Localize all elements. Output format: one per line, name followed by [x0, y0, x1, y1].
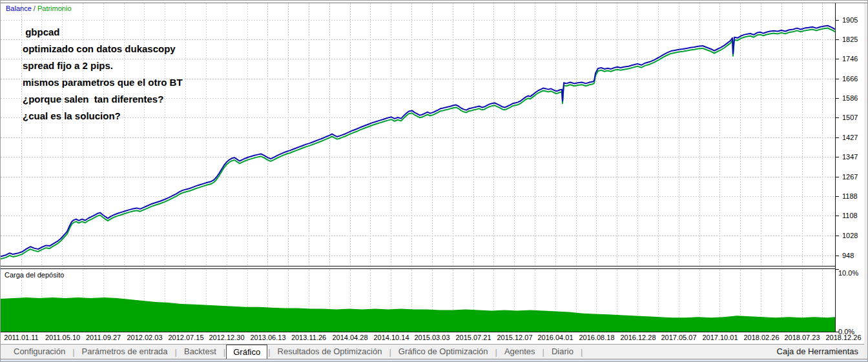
y-axis-label: 1188 [842, 192, 858, 200]
y-axis-label: 1028 [842, 232, 858, 239]
y-axis-label: 1586 [842, 94, 858, 102]
x-axis-date-label: 2013.06.13 [250, 334, 285, 341]
load-chart-panel[interactable] [1, 270, 835, 332]
x-axis-date-label: 2016.04.01 [537, 334, 573, 341]
annotation-line: mismos parametros que el otro BT [23, 74, 183, 91]
legend-balance-label: Balance [6, 5, 32, 12]
x-axis-date-label: 2015.07.21 [455, 334, 491, 341]
x-axis-date-label: 2013.11.26 [291, 334, 326, 341]
x-axis-date-label: 2017.05.07 [661, 334, 696, 341]
tester-tab-bar: Configuración|Parámetros de entrada|Back… [1, 344, 867, 359]
annotation-line: gbpcad [23, 24, 183, 41]
tab-separator: | [580, 347, 583, 357]
x-axis-date-label: 2014.10.14 [373, 334, 409, 341]
x-axis-date-label: 2011.01.11 [4, 334, 38, 341]
x-axis-date-label: 2015.12.07 [497, 334, 532, 341]
x-axis-date-label: 2018.12.26 [825, 334, 861, 341]
x-axis-date-label: 2018.02.26 [743, 334, 779, 341]
y-axis-label: 948 [842, 252, 854, 259]
panel-splitter[interactable] [1, 265, 835, 270]
y-axis-label: 1507 [842, 114, 858, 121]
toolbox-panel-label: Caja de Herramientas [777, 347, 858, 356]
y-axis-label: 1825 [842, 35, 858, 43]
y-axis-label: 1666 [842, 75, 858, 83]
x-axis-date-label: 2012.07.15 [168, 334, 203, 341]
annotation-line: optimizado con datos dukascopy [23, 41, 183, 57]
y-axis-label: 1267 [842, 173, 858, 181]
y-axis-label: 1108 [842, 212, 858, 219]
x-axis-date-label: 2011.09.27 [86, 334, 121, 341]
annotation-line: spread fijo a 2 pips. [23, 57, 183, 74]
x-axis-date-label: 2018.07.23 [784, 334, 820, 341]
tab-backtest[interactable]: Backtest [178, 345, 223, 359]
annotation-line: ¿cual es la solucion? [23, 108, 183, 125]
tab-parametros-de-entrada[interactable]: Parámetros de entrada [76, 345, 174, 359]
x-axis-date-label: 2016.08.18 [579, 334, 614, 341]
y-axis-label: 1347 [842, 153, 858, 161]
annotation-line: ¿porque salen tan diferentes? [23, 91, 183, 108]
x-axis-date-label: 2015.03.03 [414, 334, 450, 341]
x-axis-date-label: 2014.04.28 [332, 334, 367, 341]
y-axis-label: 1746 [842, 55, 858, 63]
load-max-label: 10.0% [838, 269, 858, 277]
window-right-edge [864, 3, 868, 358]
y-axis-label: 1427 [842, 134, 858, 141]
load-panel-title: Carga del depósito [5, 271, 64, 279]
window-bottom-strip [1, 359, 867, 362]
strategy-tester-window: Balance / Patrimonio gbpcadoptimizado co… [0, 0, 868, 362]
chart-legend: Balance / Patrimonio [6, 5, 72, 12]
tab-grafico[interactable]: Gráfico [226, 345, 267, 359]
x-axis-date-label: 2012.12.30 [209, 334, 244, 341]
tab-diario[interactable]: Diario [545, 345, 580, 359]
tab-resultados-de-optimizacion[interactable]: Resultados de Optimización [271, 345, 389, 359]
tab-grafico-de-optimizacion[interactable]: Gráfico de Optimización [392, 345, 495, 359]
chart-annotation: gbpcadoptimizado con datos dukascopyspre… [23, 24, 183, 125]
x-axis-date-label: 2011.05.10 [45, 334, 80, 341]
legend-separator: / [32, 5, 37, 12]
x-axis-date-label: 2012.02.03 [127, 334, 162, 341]
x-axis-date-label: 2016.12.28 [620, 334, 656, 341]
y-axis-label: 1905 [842, 16, 858, 24]
tab-agentes[interactable]: Agentes [498, 345, 542, 359]
x-axis-date-label: 2017.10.01 [702, 334, 738, 341]
legend-patrimonio-label: Patrimonio [37, 5, 72, 12]
tab-configuracion[interactable]: Configuración [7, 345, 72, 359]
